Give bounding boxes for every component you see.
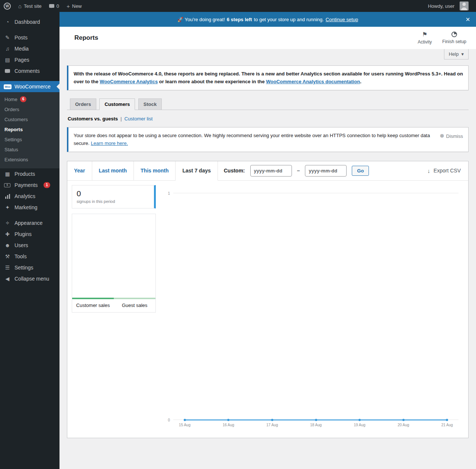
legend-customer-sales[interactable]: Customer sales <box>72 298 114 312</box>
sidebar-item-pages[interactable]: ▤ Pages <box>0 54 60 65</box>
sidebar-label-posts: Posts <box>15 35 28 41</box>
banner-text-post: to get your store up and running. <box>254 17 324 22</box>
range-this-month[interactable]: This month <box>134 161 176 181</box>
submenu-item-extensions[interactable]: Extensions <box>0 155 60 165</box>
sidebar-item-tools[interactable]: ⚒ Tools <box>0 251 60 262</box>
submenu-item-home[interactable]: Home 6 <box>0 94 60 104</box>
sidebar-item-settings[interactable]: ☰ Settings <box>0 262 60 273</box>
sidebar-item-appearance[interactable]: ✧ Appearance <box>0 217 60 229</box>
range-last-month[interactable]: Last month <box>92 161 134 181</box>
plot-area: 0115 Aug16 Aug17 Aug18 Aug19 Aug20 Aug21… <box>173 193 459 420</box>
sidebar-label-products: Products <box>15 171 35 177</box>
sidebar-item-plugins[interactable]: ✚ Plugins <box>0 229 60 240</box>
submenu-item-reports[interactable]: Reports <box>0 124 60 135</box>
chevron-down-icon: ▾ <box>461 51 464 57</box>
secure-notice-text: Your store does not appear to be using a… <box>74 132 432 148</box>
new-label: New <box>72 3 82 9</box>
tab-stock[interactable]: Stock <box>138 98 162 110</box>
tools-icon: ⚒ <box>4 254 11 259</box>
x-axis-label: 15 Aug <box>179 423 190 427</box>
sidebar-item-media[interactable]: ♫ Media <box>0 43 60 54</box>
dashboard-icon: ◔ <box>4 19 11 25</box>
range-last-7-days[interactable]: Last 7 days <box>176 161 218 181</box>
export-csv-label: Export CSV <box>434 168 461 174</box>
data-point-marker <box>402 419 405 421</box>
tab-customers[interactable]: Customers <box>99 98 135 110</box>
wordpress-menu[interactable]: W <box>0 0 15 12</box>
x-axis-label: 20 Aug <box>398 423 409 427</box>
site-menu[interactable]: ⌂ Test site <box>15 0 45 12</box>
submenu-item-status[interactable]: Status <box>0 145 60 155</box>
sidebar-label-pages: Pages <box>15 57 29 63</box>
submenu-item-customers[interactable]: Customers <box>0 114 60 124</box>
submenu-item-orders[interactable]: Orders <box>0 104 60 114</box>
sidebar-label-dashboard: Dashboard <box>15 19 40 25</box>
media-icon: ♫ <box>4 46 11 51</box>
comments-icon <box>4 68 11 74</box>
submenu-item-woo-settings[interactable]: Settings <box>0 135 60 145</box>
help-dropdown[interactable]: Help ▾ <box>444 49 469 59</box>
submenu-label-status: Status <box>4 147 18 152</box>
export-csv-button[interactable]: ↓ Export CSV <box>420 161 468 181</box>
subnav-separator: | <box>120 116 122 122</box>
menu-separator <box>0 213 60 217</box>
submenu-label-home: Home <box>4 97 17 102</box>
learn-more-link[interactable]: Learn more here. <box>91 140 128 146</box>
chart-area: 0115 Aug16 Aug17 Aug18 Aug19 Aug20 Aug21… <box>161 185 464 433</box>
data-point-marker <box>227 419 229 421</box>
comments-menu[interactable]: 0 <box>45 0 63 12</box>
sidebar-item-woocommerce[interactable]: Woo WooCommerce <box>0 81 60 92</box>
sidebar-item-comments[interactable]: Comments <box>0 65 60 77</box>
setup-progress-icon <box>451 32 457 37</box>
banner-close-icon[interactable]: × <box>466 16 470 23</box>
sidebar-item-posts[interactable]: ✎ Posts <box>0 32 60 43</box>
analytics-documentation-link[interactable]: WooCommerce Analytics documentation <box>266 79 360 84</box>
dismiss-button[interactable]: ⊗ Dismiss <box>440 132 463 148</box>
date-range-separator: – <box>297 168 300 174</box>
signups-summary[interactable]: 0 signups in this period <box>72 185 156 208</box>
subnav-customers-vs-guests[interactable]: Customers vs. guests <box>68 116 118 122</box>
help-label: Help <box>449 51 459 57</box>
subnav-customer-list-link[interactable]: Customer list <box>125 116 153 122</box>
sidebar-item-dashboard[interactable]: ◔ Dashboard <box>0 16 60 28</box>
finish-setup-label: Finish setup <box>442 39 466 44</box>
x-axis-label: 18 Aug <box>310 423 322 427</box>
woocommerce-analytics-link[interactable]: WooCommerce Analytics <box>100 79 158 84</box>
sidebar-label-comments: Comments <box>15 68 40 74</box>
home-icon: ⌂ <box>18 3 22 9</box>
sidebar-item-analytics[interactable]: Analytics <box>0 191 60 202</box>
submenu-label-customers: Customers <box>4 117 28 122</box>
tab-orders[interactable]: Orders <box>70 98 96 110</box>
sidebar-item-products[interactable]: ▦ Products <box>0 168 60 179</box>
legend-guest-sales[interactable]: Guest sales <box>114 298 155 312</box>
page-header: Reports ⚑ Activity Finish setup <box>60 27 476 49</box>
data-point-marker <box>271 419 273 421</box>
account-menu[interactable]: Howdy, user <box>424 1 472 10</box>
plugins-icon: ✚ <box>4 232 11 237</box>
activity-button[interactable]: ⚑ Activity <box>418 32 432 45</box>
signups-caption: signups in this period <box>77 199 149 204</box>
woocommerce-icon: Woo <box>4 84 11 89</box>
wordpress-logo-icon: W <box>4 3 11 10</box>
chart-sidebar: 0 signups in this period Customer sales … <box>72 185 156 313</box>
sidebar-label-users: Users <box>15 242 28 248</box>
sidebar-item-payments[interactable]: $ Payments 1 <box>0 179 60 191</box>
howdy-text: Howdy, user <box>428 3 454 9</box>
range-year[interactable]: Year <box>67 161 92 181</box>
end-date-input[interactable] <box>305 165 347 177</box>
x-axis-label: 16 Aug <box>223 423 234 427</box>
sidebar-item-marketing[interactable]: ✦ Marketing <box>0 202 60 213</box>
report-tabs: Orders Customers Stock <box>67 98 469 110</box>
pages-icon: ▤ <box>4 57 11 62</box>
users-icon: ☻ <box>4 243 11 248</box>
new-content-menu[interactable]: + New <box>63 0 86 12</box>
start-date-input[interactable] <box>250 165 292 177</box>
go-button[interactable]: Go <box>352 166 369 176</box>
continue-setup-link[interactable]: Continue setup <box>326 17 358 22</box>
sidebar-item-users[interactable]: ☻ Users <box>0 240 60 251</box>
analytics-replacement-notice: With the release of WooCommerce 4.0, the… <box>67 65 469 90</box>
finish-setup-button[interactable]: Finish setup <box>442 32 466 45</box>
sidebar-label-media: Media <box>15 46 29 52</box>
sidebar-label-collapse: Collapse menu <box>15 276 49 282</box>
sidebar-item-collapse-menu[interactable]: ◀ Collapse menu <box>0 273 60 284</box>
